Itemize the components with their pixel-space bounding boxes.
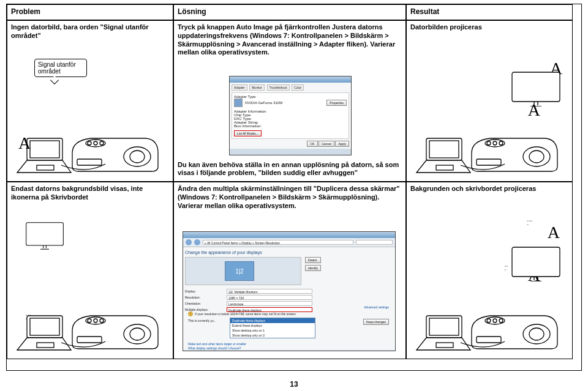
- which-settings-link[interactable]: What display settings should I choose?: [188, 346, 241, 350]
- search-input[interactable]: [356, 240, 393, 245]
- row1-resultat-scene: [413, 92, 560, 177]
- row1-resultat-text: Datorbilden projiceras: [410, 23, 568, 32]
- tab-color[interactable]: Color: [292, 84, 304, 91]
- resolution-label: Resolution:: [185, 296, 227, 299]
- svg-rect-42: [512, 247, 560, 277]
- troubleshooting-table: Problem Lösning Resultat Ingen datorbild…: [6, 4, 582, 371]
- row1-problem-scene: [13, 92, 160, 177]
- cable-icon: [13, 92, 160, 177]
- svg-rect-20: [512, 72, 560, 102]
- row2-resultat-text: Bakgrunden och skrivbordet projiceras: [410, 185, 568, 193]
- multi-option-extend[interactable]: Extend these displays: [230, 323, 315, 328]
- adapter-name: NVIDIA GeForce 310M: [245, 101, 282, 105]
- multi-dropdown[interactable]: Duplicate these displays Extend these di…: [230, 318, 315, 338]
- multi-option-only2[interactable]: Show desktop only on 2: [230, 333, 315, 338]
- tab-adapter[interactable]: Adapter: [232, 84, 247, 91]
- row1-problem-cell: Ingen datorbild, bara orden "Signal utan…: [7, 20, 173, 182]
- col-header-problem: Problem: [7, 4, 173, 20]
- projection-screen-icon: [23, 220, 66, 250]
- monitor-preview: 1|2: [185, 257, 301, 285]
- cancel-button[interactable]: Cancel: [318, 141, 334, 147]
- back-icon[interactable]: [186, 239, 192, 245]
- multi-option-only1[interactable]: Show desktop only on 1: [230, 328, 315, 333]
- row1-losning-cell: Tryck på knappen Auto Image på fjärrkont…: [173, 20, 406, 182]
- win7-screen-resolution-window: « All Control Panel Items » Display » Sc…: [183, 231, 396, 351]
- tab-monitor[interactable]: Monitor: [249, 84, 265, 91]
- advanced-settings-link[interactable]: Advanced settings: [364, 305, 389, 309]
- list-all-modes-button[interactable]: List All Modes...: [234, 130, 262, 136]
- text-size-link[interactable]: Make text and other items larger or smal…: [188, 342, 246, 346]
- display-label: Display:: [185, 289, 227, 293]
- orientation-label: Orientation:: [185, 302, 227, 305]
- warning-icon: !: [188, 311, 193, 316]
- orientation-select[interactable]: Landscape: [227, 301, 312, 306]
- row2-resultat-scene: [413, 269, 560, 355]
- bios-info-label: Bios Information:: [234, 124, 347, 128]
- detect-button[interactable]: Detect: [305, 257, 321, 263]
- currently-text: This is currently yo...: [188, 319, 216, 322]
- row1-problem-text: Ingen datorbild, bara orden "Signal utan…: [11, 23, 169, 40]
- titlebar-icon: [183, 232, 395, 238]
- resolution-select[interactable]: 1280 × 720: [227, 295, 312, 300]
- desktop-icons-dots: ▫▫▫ ▫: [527, 219, 533, 226]
- tab-troubleshoot[interactable]: Troubleshoot: [267, 84, 290, 91]
- row1-losning-text: Tryck på knappen Auto Image på fjärrkont…: [178, 23, 402, 57]
- keep-changes-button[interactable]: Keep changes: [363, 319, 389, 325]
- titlebar-icon: [230, 76, 351, 83]
- ok-button[interactable]: OK: [307, 141, 317, 147]
- breadcrumb[interactable]: « All Control Panel Items » Display » Sc…: [203, 240, 353, 245]
- signal-callout: Signal utanför området: [34, 59, 87, 77]
- letter-A: A: [548, 223, 560, 242]
- monitor-icon: [234, 99, 243, 107]
- row1-losning-extra: Du kan även behöva ställa in en annan up…: [178, 161, 402, 178]
- page-number: 13: [0, 380, 588, 389]
- display-select[interactable]: 1|2. Multiple Monitors: [227, 289, 312, 294]
- col-header-losning: Lösning: [173, 4, 406, 20]
- row2-losning-text: Ändra den multipla skärminställningen ti…: [178, 185, 402, 210]
- svg-rect-21: [26, 223, 64, 245]
- win7-adapter-dialog: Adapter Monitor Troubleshoot Color Adapt…: [229, 76, 352, 155]
- projection-screen-icon: [508, 70, 564, 106]
- cable-icon: [13, 269, 160, 355]
- col-header-resultat: Resultat: [406, 4, 573, 20]
- apply-button[interactable]: Apply: [335, 141, 349, 147]
- row2-problem-text: Endast datorns bakgrundsbild visas, inte…: [11, 185, 169, 202]
- cp-title: Change the appearance of your displays: [185, 250, 393, 255]
- projection-screen-icon: [508, 245, 564, 281]
- identify-button[interactable]: Identify: [305, 265, 321, 271]
- multi-option-duplicate[interactable]: Duplicate these displays: [230, 318, 315, 323]
- resolution-warning: If your resolution is below 1024×768, so…: [195, 312, 296, 316]
- row2-resultat-cell: Bakgrunden och skrivbordet projiceras ▫▫…: [406, 182, 573, 359]
- forward-icon[interactable]: [194, 239, 200, 245]
- cable-icon: [413, 269, 560, 355]
- row1-resultat-cell: Datorbilden projiceras A A: [406, 20, 573, 182]
- signal-callout-tail: [50, 76, 59, 84]
- row2-problem-cell: Endast datorns bakgrundsbild visas, inte…: [7, 182, 173, 359]
- letter-A: A: [18, 133, 31, 153]
- properties-button[interactable]: Properties: [326, 100, 347, 106]
- row2-problem-scene: [13, 269, 160, 355]
- row2-losning-cell: Ändra den multipla skärminställningen ti…: [173, 182, 406, 359]
